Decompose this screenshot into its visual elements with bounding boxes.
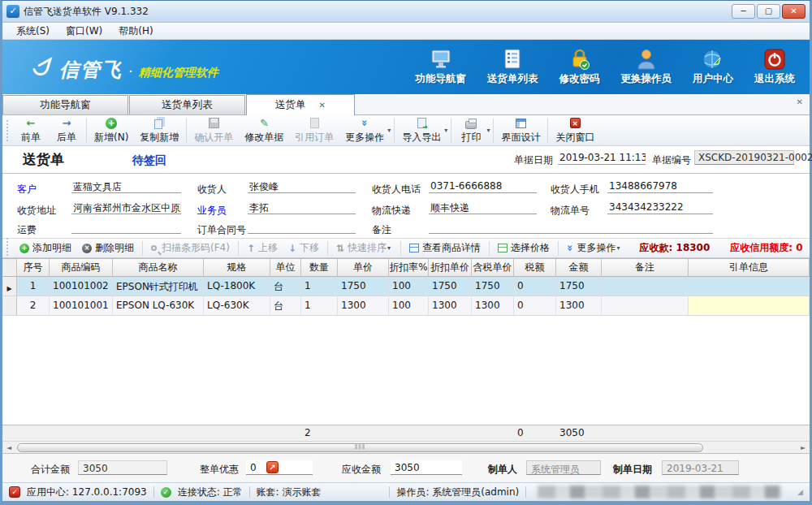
scanner-icon bbox=[151, 245, 157, 251]
import-export-button[interactable]: 导入导出 bbox=[396, 115, 447, 146]
save-icon bbox=[209, 118, 219, 128]
table-row-selected[interactable]: ▶ 1 100101002 EPSON针式打印机 LQ-1800K 台 1 17… bbox=[2, 277, 810, 296]
prev-doc-button[interactable]: ←前单 bbox=[13, 115, 49, 146]
col-header[interactable]: 序号 bbox=[17, 259, 50, 277]
address-label: 收货地址 bbox=[17, 204, 56, 218]
scroll-right-icon[interactable]: ► bbox=[797, 444, 810, 451]
arrow-left-icon: ← bbox=[24, 117, 37, 130]
tab-delivery-note[interactable]: 送货单 ✕ bbox=[246, 94, 355, 115]
print-button[interactable]: 打印 bbox=[453, 115, 489, 146]
nav-change-password-button[interactable]: 修改密码 bbox=[559, 48, 600, 86]
col-header[interactable]: 含税单价 bbox=[472, 259, 514, 277]
col-header[interactable]: 数量 bbox=[301, 259, 338, 277]
nav-user-center-button[interactable]: 用户中心 bbox=[693, 48, 733, 86]
move-down-button: ↓下移 bbox=[284, 240, 323, 257]
nav-switch-operator-button[interactable]: 更换操作员 bbox=[621, 48, 672, 86]
close-window-button[interactable]: ×关闭窗口 bbox=[550, 115, 600, 146]
contract-label: 订单合同号 bbox=[197, 223, 246, 237]
chevron-down-icon[interactable]: ▾ bbox=[387, 127, 391, 134]
chevron-down-icon[interactable]: ▾ bbox=[486, 127, 490, 134]
maximize-button[interactable]: ▢ bbox=[757, 4, 780, 19]
col-header[interactable]: 单价 bbox=[338, 259, 389, 277]
menu-help[interactable]: 帮助(H) bbox=[111, 23, 160, 40]
items-grid: 序号 商品编码 商品名称 规格 单位 数量 单价 折扣率% 折扣单价 含税单价 … bbox=[2, 258, 810, 441]
customer-label[interactable]: 客户 bbox=[17, 183, 37, 196]
discount-edit-icon[interactable]: ↗ bbox=[266, 461, 279, 473]
price-table-icon bbox=[498, 244, 508, 252]
menu-system[interactable]: 系统(S) bbox=[9, 23, 57, 40]
arrow-right-icon: → bbox=[60, 117, 73, 130]
tab-delivery-list[interactable]: 送货单列表 bbox=[129, 95, 245, 114]
discount-field[interactable]: 0 bbox=[246, 460, 313, 475]
express-label: 物流快递 bbox=[372, 204, 411, 218]
customer-field[interactable]: 蓝猫文具店 bbox=[71, 179, 181, 193]
next-doc-button[interactable]: →后单 bbox=[49, 115, 84, 146]
new-button[interactable]: +新增(N) bbox=[89, 115, 134, 146]
col-header[interactable]: 折扣单价 bbox=[429, 259, 472, 277]
edit-icon: ✎ bbox=[257, 117, 270, 130]
brand-tagline: 精细化管理软件 bbox=[139, 66, 218, 80]
receivable-field[interactable]: 3050 bbox=[391, 460, 462, 475]
phone-field[interactable]: 0371-6666888 bbox=[429, 179, 537, 193]
detail-more-actions-button[interactable]: »更多操作▾ bbox=[563, 240, 625, 257]
nav-delivery-list-button[interactable]: 送货单列表 bbox=[487, 48, 538, 86]
minimize-button[interactable]: ─ bbox=[732, 4, 755, 19]
col-header[interactable]: 折扣率% bbox=[389, 259, 429, 277]
tracking-field[interactable]: 343434233222 bbox=[607, 201, 713, 214]
grid-empty-area bbox=[2, 316, 810, 425]
address-field[interactable]: 河南省郑州市金水区中原路 bbox=[71, 201, 181, 214]
menu-window[interactable]: 窗口(W) bbox=[58, 23, 110, 40]
remark-field[interactable] bbox=[429, 220, 713, 234]
toolbar-separator bbox=[86, 119, 87, 143]
consignee-field[interactable]: 张俊峰 bbox=[248, 179, 356, 193]
salesman-field[interactable]: 李拓 bbox=[248, 201, 356, 214]
contract-field[interactable] bbox=[248, 220, 356, 234]
modify-doc-button[interactable]: ✎修改单据 bbox=[239, 115, 289, 146]
express-field[interactable]: 顺丰快递 bbox=[429, 201, 537, 214]
remark-label: 备注 bbox=[372, 223, 391, 237]
chevron-down-icon[interactable]: ▾ bbox=[444, 127, 447, 134]
ui-design-button[interactable]: 界面设计 bbox=[495, 115, 546, 146]
chevron-double-down-icon: » bbox=[359, 119, 371, 126]
separator bbox=[400, 241, 401, 256]
doc-status-badge: 待签回 bbox=[132, 153, 166, 168]
total-amount-label: 合计金额 bbox=[31, 463, 70, 477]
doc-date-label: 单据日期 bbox=[514, 153, 553, 167]
mobile-field[interactable]: 13488667978 bbox=[607, 179, 713, 193]
nav-function-window-button[interactable]: 功能导航窗 bbox=[416, 48, 467, 86]
col-header[interactable]: 单位 bbox=[270, 259, 301, 277]
col-header[interactable]: 金额 bbox=[556, 259, 602, 277]
mobile-label: 收货人手机 bbox=[551, 183, 599, 196]
col-header[interactable]: 引单信息 bbox=[689, 259, 810, 277]
col-header[interactable]: 商品编码 bbox=[50, 259, 113, 277]
copy-new-button[interactable]: 复制新增 bbox=[134, 115, 184, 146]
more-actions-button[interactable]: »更多操作 bbox=[339, 115, 390, 146]
delete-detail-button[interactable]: ×删除明细 bbox=[78, 240, 138, 257]
scroll-left-icon[interactable]: ◄ bbox=[2, 444, 15, 451]
scrollbar-thumb[interactable] bbox=[17, 443, 703, 452]
col-header[interactable]: 规格 bbox=[204, 259, 270, 277]
close-button[interactable]: ✕ bbox=[782, 4, 806, 19]
doc-date-field[interactable]: 2019-03-21 11:13 bbox=[558, 151, 646, 165]
nav-exit-button[interactable]: 退出系统 bbox=[754, 48, 795, 86]
freight-field[interactable] bbox=[71, 220, 181, 234]
add-detail-button[interactable]: +添加明细 bbox=[15, 240, 76, 257]
table-row[interactable]: 2 100101001 EPSON LQ-630K LQ-630K 台 1 13… bbox=[2, 296, 810, 316]
view-product-detail-button[interactable]: 查看商品详情 bbox=[405, 240, 485, 257]
tab-function-window[interactable]: 功能导航窗 bbox=[2, 95, 128, 114]
menubar: 系统(S) 窗口(W) 帮助(H) bbox=[2, 23, 810, 40]
salesman-label[interactable]: 业务员 bbox=[197, 204, 227, 218]
horizontal-scrollbar[interactable]: ◄ ► bbox=[2, 441, 810, 453]
col-header[interactable]: 备注 bbox=[602, 259, 689, 277]
tracking-label: 物流单号 bbox=[551, 204, 590, 218]
tab-close-icon[interactable]: ✕ bbox=[319, 101, 326, 110]
toolbar-separator bbox=[394, 119, 395, 143]
col-header[interactable]: 商品名称 bbox=[113, 259, 204, 277]
divider bbox=[2, 173, 810, 174]
statusbar: ✓ 应用中心: 127.0.0.1:7093 ✓ 连接状态: 正常 账套: 演示… bbox=[2, 482, 810, 501]
separator bbox=[327, 241, 328, 256]
col-header[interactable]: 税额 bbox=[514, 259, 556, 277]
select-price-button[interactable]: 选择价格 bbox=[494, 240, 554, 257]
tabstrip-close-icon[interactable]: ✕ bbox=[797, 97, 803, 106]
consignee-label: 收货人 bbox=[197, 183, 227, 196]
